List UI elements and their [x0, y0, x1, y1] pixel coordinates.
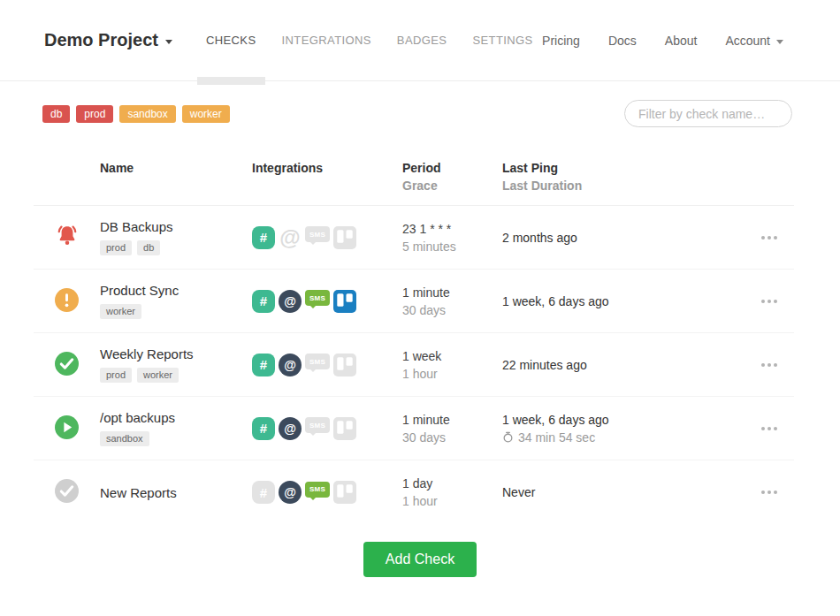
filter-tag-sandbox[interactable]: sandbox — [119, 105, 175, 123]
running-play-icon — [55, 415, 79, 442]
top-nav: Demo Project CHECKSINTEGRATIONSBADGESSET… — [0, 0, 840, 81]
header-grace: Grace — [402, 179, 502, 193]
account-menu[interactable]: Account — [725, 34, 783, 48]
tab-settings[interactable]: SETTINGS — [463, 0, 541, 80]
table-row[interactable]: DB Backups proddb #@SMS 23 1 * * * 5 min… — [34, 206, 794, 270]
slack-icon: # — [252, 226, 275, 249]
trello-icon — [333, 226, 356, 249]
filter-tag-prod[interactable]: prod — [76, 105, 113, 123]
table-body: DB Backups proddb #@SMS 23 1 * * * 5 min… — [34, 206, 794, 524]
search-input[interactable] — [624, 100, 792, 127]
row-menu-button[interactable] — [760, 358, 794, 372]
sms-icon: SMS — [305, 482, 330, 498]
header-integrations: Integrations — [252, 161, 402, 175]
slack-icon: # — [252, 417, 275, 440]
slack-icon: # — [252, 354, 275, 376]
account-label: Account — [725, 34, 770, 48]
grace-warning-icon — [55, 288, 79, 315]
grace-value: 1 hour — [402, 367, 502, 381]
integrations-cell: #@SMS — [252, 290, 402, 313]
new-check-icon — [55, 479, 79, 506]
check-name[interactable]: Weekly Reports — [100, 346, 252, 361]
chevron-down-icon — [165, 40, 172, 44]
trello-icon — [333, 354, 356, 376]
sms-icon: SMS — [305, 290, 330, 306]
row-menu-button[interactable] — [760, 485, 794, 499]
check-tags: worker — [100, 304, 252, 319]
check-name[interactable]: /opt backups — [100, 410, 252, 425]
add-check-area: Add Check — [0, 542, 840, 577]
header-last-ping: Last Ping — [502, 161, 728, 175]
last-duration-value: 34 min 54 sec — [502, 430, 728, 445]
table-row[interactable]: /opt backups sandbox #@SMS 1 minute 30 d… — [34, 397, 794, 460]
row-menu-button[interactable] — [760, 294, 794, 308]
email-icon: @ — [279, 290, 302, 313]
grace-value: 5 minutes — [402, 240, 502, 254]
last-ping-value: 2 months ago — [502, 231, 728, 245]
slack-icon: # — [252, 290, 275, 313]
table-row[interactable]: Product Sync worker #@SMS 1 minute 30 da… — [34, 270, 794, 333]
period-value: 1 minute — [402, 285, 502, 300]
chevron-down-icon — [776, 40, 783, 44]
last-ping-value: Never — [502, 485, 728, 499]
grace-value: 1 hour — [402, 494, 502, 508]
primary-tabs: CHECKSINTEGRATIONSBADGESSETTINGS — [197, 0, 542, 80]
integrations-cell: #@SMS — [252, 481, 402, 504]
check-tag: sandbox — [100, 431, 149, 446]
email-icon: @ — [279, 354, 302, 376]
project-title: Demo Project — [44, 30, 158, 50]
email-icon: @ — [279, 226, 302, 249]
check-tag: prod — [100, 368, 132, 383]
table-row[interactable]: Weekly Reports prodworker #@SMS 1 week 1… — [34, 333, 794, 397]
nav-link-about[interactable]: About — [665, 34, 698, 48]
filter-tag-db[interactable]: db — [42, 105, 70, 123]
table-row[interactable]: New Reports #@SMS 1 day 1 hour Never — [34, 460, 794, 524]
email-icon: @ — [279, 417, 302, 440]
check-tag: worker — [137, 368, 179, 383]
period-value: 23 1 * * * — [402, 222, 502, 236]
add-check-button[interactable]: Add Check — [363, 542, 477, 577]
last-ping-value: 1 week, 6 days ago — [502, 413, 728, 427]
tab-badges[interactable]: BADGES — [388, 0, 456, 80]
secondary-nav: PricingDocsAbout Account — [542, 34, 783, 48]
nav-link-docs[interactable]: Docs — [608, 34, 637, 48]
check-tag: prod — [100, 240, 132, 255]
sms-icon: SMS — [305, 226, 330, 242]
check-tags: proddb — [100, 240, 252, 255]
trello-icon — [333, 417, 356, 440]
tab-integrations[interactable]: INTEGRATIONS — [273, 0, 380, 80]
check-tags: prodworker — [100, 368, 252, 383]
row-menu-button[interactable] — [760, 422, 794, 436]
trello-icon — [333, 481, 356, 504]
check-name[interactable]: New Reports — [100, 485, 252, 500]
check-name[interactable]: DB Backups — [100, 219, 252, 234]
email-icon: @ — [279, 481, 302, 504]
header-last-duration: Last Duration — [502, 179, 728, 193]
row-menu-button[interactable] — [760, 231, 794, 245]
tab-checks[interactable]: CHECKS — [197, 0, 265, 80]
nav-link-pricing[interactable]: Pricing — [542, 34, 580, 48]
project-menu[interactable]: Demo Project — [44, 30, 172, 50]
sms-icon: SMS — [305, 354, 330, 369]
table-header: Name Integrations Period Grace Last Ping… — [34, 161, 794, 206]
period-value: 1 day — [402, 476, 502, 491]
up-check-icon — [55, 352, 79, 378]
last-ping-value: 1 week, 6 days ago — [502, 294, 728, 308]
check-tags: sandbox — [100, 431, 252, 446]
integrations-cell: #@SMS — [252, 417, 402, 440]
last-ping-value: 22 minutes ago — [502, 358, 728, 372]
header-period: Period — [402, 161, 502, 175]
grace-value: 30 days — [402, 430, 502, 445]
stopwatch-icon — [502, 431, 514, 443]
integrations-cell: #@SMS — [252, 226, 402, 249]
period-value: 1 week — [402, 349, 502, 363]
checks-dashboard: Demo Project CHECKSINTEGRATIONSBADGESSET… — [0, 0, 840, 577]
filter-tags: dbprodsandboxworker — [42, 105, 230, 123]
alert-bell-icon — [53, 222, 81, 253]
checks-table: Name Integrations Period Grace Last Ping… — [34, 161, 794, 524]
slack-icon: # — [252, 481, 275, 504]
sms-icon: SMS — [305, 417, 330, 433]
integrations-cell: #@SMS — [252, 354, 402, 376]
check-name[interactable]: Product Sync — [100, 283, 252, 298]
filter-tag-worker[interactable]: worker — [182, 105, 230, 123]
